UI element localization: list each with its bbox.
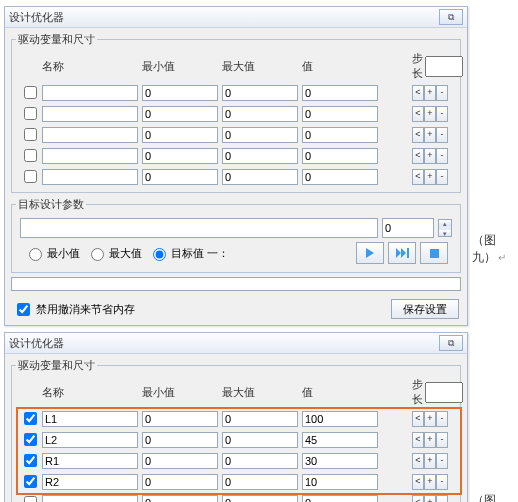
row-max-input[interactable] [222, 474, 298, 490]
row-name-input[interactable] [42, 495, 138, 503]
tiny-btn-0[interactable]: < [412, 169, 424, 185]
tiny-btn-2[interactable]: - [436, 148, 448, 164]
tiny-btn-2[interactable]: - [436, 474, 448, 490]
disable-undo-checkbox[interactable] [17, 303, 30, 316]
row-min-input[interactable] [142, 432, 218, 448]
tiny-btn-2[interactable]: - [436, 106, 448, 122]
row-checkbox[interactable] [24, 475, 37, 488]
tiny-btn-0[interactable]: < [412, 453, 424, 469]
tiny-btn-1[interactable]: + [424, 85, 436, 101]
opt-max-radio[interactable] [91, 248, 104, 261]
row-val-input[interactable] [302, 106, 378, 122]
row-max-input[interactable] [222, 106, 298, 122]
row-checkbox[interactable] [24, 149, 37, 162]
tiny-btn-1[interactable]: + [424, 148, 436, 164]
opt-target[interactable]: 目标值 一： [148, 245, 229, 261]
tiny-btn-2[interactable]: - [436, 169, 448, 185]
tiny-btn-0[interactable]: < [412, 495, 424, 503]
tiny-btn-1[interactable]: + [424, 127, 436, 143]
row-max-input[interactable] [222, 411, 298, 427]
row-name-input[interactable] [42, 474, 138, 490]
row-checkbox[interactable] [24, 86, 37, 99]
opt-target-radio[interactable] [153, 248, 166, 261]
titlebar-button[interactable]: ⧉ [439, 335, 463, 351]
row-min-input[interactable] [142, 453, 218, 469]
tiny-btn-0[interactable]: < [412, 127, 424, 143]
target-spinner[interactable]: ▴▾ [438, 219, 452, 237]
tiny-btn-0[interactable]: < [412, 148, 424, 164]
row-val-input[interactable] [302, 127, 378, 143]
opt-max[interactable]: 最大值 [86, 245, 142, 261]
target-name-input[interactable] [20, 218, 378, 238]
row-min-input[interactable] [142, 106, 218, 122]
tiny-btn-0[interactable]: < [412, 411, 424, 427]
opt-min-radio[interactable] [29, 248, 42, 261]
opt-min[interactable]: 最小值 [24, 245, 80, 261]
row-checkbox[interactable] [24, 412, 37, 425]
row-name-input[interactable] [42, 411, 138, 427]
row-max-input[interactable] [222, 169, 298, 185]
row-name-input[interactable] [42, 169, 138, 185]
step-button[interactable] [388, 242, 416, 264]
tiny-btn-2[interactable]: - [436, 85, 448, 101]
row-name-input[interactable] [42, 127, 138, 143]
row-val-input[interactable] [302, 432, 378, 448]
row-val-input[interactable] [302, 169, 378, 185]
header-min: 最小值 [142, 385, 218, 400]
tiny-btn-0[interactable]: < [412, 474, 424, 490]
tiny-btn-1[interactable]: + [424, 453, 436, 469]
tiny-btn-2[interactable]: - [436, 127, 448, 143]
row-checkbox[interactable] [24, 107, 37, 120]
row-min-input[interactable] [142, 127, 218, 143]
play-button[interactable] [356, 242, 384, 264]
tiny-btn-1[interactable]: + [424, 495, 436, 503]
disable-undo-option[interactable]: 禁用撤消来节省内存 [13, 300, 135, 319]
row-max-input[interactable] [222, 127, 298, 143]
step-input[interactable] [425, 56, 463, 77]
save-settings-button[interactable]: 保存设置 [391, 299, 459, 319]
row-checkbox[interactable] [24, 496, 37, 502]
row-name-input[interactable] [42, 453, 138, 469]
tiny-btn-2[interactable]: - [436, 453, 448, 469]
row-val-input[interactable] [302, 148, 378, 164]
tiny-btn-1[interactable]: + [424, 169, 436, 185]
stop-button[interactable] [420, 242, 448, 264]
row-name-input[interactable] [42, 432, 138, 448]
tiny-btn-2[interactable]: - [436, 495, 448, 503]
row-name-input[interactable] [42, 148, 138, 164]
tiny-btn-0[interactable]: < [412, 85, 424, 101]
row-min-input[interactable] [142, 85, 218, 101]
tiny-btn-0[interactable]: < [412, 432, 424, 448]
row-val-input[interactable] [302, 495, 378, 503]
row-name-input[interactable] [42, 85, 138, 101]
row-min-input[interactable] [142, 474, 218, 490]
row-val-input[interactable] [302, 411, 378, 427]
row-checkbox[interactable] [24, 170, 37, 183]
row-min-input[interactable] [142, 169, 218, 185]
titlebar-button[interactable]: ⧉ [439, 9, 463, 25]
row-min-input[interactable] [142, 148, 218, 164]
tiny-btn-1[interactable]: + [424, 432, 436, 448]
row-val-input[interactable] [302, 453, 378, 469]
row-max-input[interactable] [222, 432, 298, 448]
row-checkbox[interactable] [24, 128, 37, 141]
row-max-input[interactable] [222, 148, 298, 164]
tiny-btn-1[interactable]: + [424, 106, 436, 122]
row-max-input[interactable] [222, 85, 298, 101]
row-checkbox[interactable] [24, 433, 37, 446]
row-checkbox[interactable] [24, 454, 37, 467]
step-input[interactable] [425, 382, 463, 403]
row-min-input[interactable] [142, 411, 218, 427]
row-val-input[interactable] [302, 474, 378, 490]
tiny-btn-1[interactable]: + [424, 474, 436, 490]
target-value-input[interactable] [382, 218, 434, 238]
tiny-btn-2[interactable]: - [436, 432, 448, 448]
row-max-input[interactable] [222, 495, 298, 503]
row-max-input[interactable] [222, 453, 298, 469]
row-min-input[interactable] [142, 495, 218, 503]
row-val-input[interactable] [302, 85, 378, 101]
row-name-input[interactable] [42, 106, 138, 122]
tiny-btn-1[interactable]: + [424, 411, 436, 427]
tiny-btn-2[interactable]: - [436, 411, 448, 427]
tiny-btn-0[interactable]: < [412, 106, 424, 122]
